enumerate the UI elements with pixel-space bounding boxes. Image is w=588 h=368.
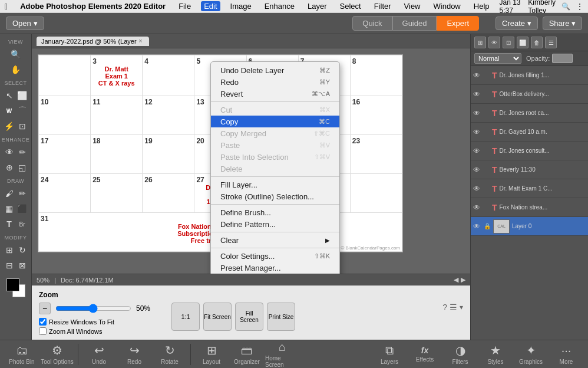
menu-copy-merged[interactable]: Copy Merged ⇧⌘C bbox=[211, 127, 339, 139]
graphics-tool[interactable]: ✦ Graphics bbox=[514, 341, 548, 367]
menu-cut[interactable]: Cut ⌘X bbox=[211, 104, 339, 116]
br-tool[interactable]: Br bbox=[16, 217, 28, 231]
marquee-tool[interactable]: ⬜ bbox=[16, 88, 28, 103]
menu-revert[interactable]: Revert ⌘⌥A bbox=[211, 88, 339, 100]
home-screen-tool[interactable]: ⌂ Home Screen bbox=[265, 341, 299, 367]
layer-item[interactable]: 👁 T Dr. Jones filling 1... bbox=[471, 66, 588, 85]
eye-tool[interactable]: 👁 bbox=[4, 145, 15, 159]
layer-visibility-icon[interactable]: 👁 bbox=[473, 185, 481, 193]
gradient-tool[interactable]: ▦ bbox=[4, 202, 15, 216]
menu-clear[interactable]: Clear ▶ bbox=[211, 234, 339, 246]
layers-toolbar-btn1[interactable]: ⊞ bbox=[474, 37, 486, 48]
menu-file[interactable]: File bbox=[176, 1, 194, 11]
zoom-all-windows-option[interactable]: Zoom All Windows bbox=[39, 327, 150, 335]
filters-tool[interactable]: ◑ Filters bbox=[443, 341, 477, 367]
menu-redo[interactable]: Redo ⌘Y bbox=[211, 76, 339, 88]
color-swatches[interactable] bbox=[6, 278, 25, 297]
opacity-input[interactable] bbox=[552, 54, 573, 63]
options-icon[interactable]: ☰ bbox=[450, 303, 457, 312]
undo-tool[interactable]: ↩ Undo bbox=[82, 341, 116, 367]
status-left-arrow[interactable]: ◀ bbox=[454, 276, 458, 284]
layer-item[interactable]: 👁 T OtterBox delivery... bbox=[471, 85, 588, 104]
status-right-arrow[interactable]: ▶ bbox=[461, 276, 465, 284]
layer-item[interactable]: 👁 T Dr. Jones consult... bbox=[471, 142, 588, 160]
menu-paste[interactable]: Paste ⌘V bbox=[211, 139, 339, 151]
menu-undo[interactable]: Undo Delete Layer ⌘Z bbox=[211, 64, 339, 76]
tab-expert[interactable]: Expert bbox=[437, 16, 479, 31]
pencil-tool[interactable]: ✏ bbox=[16, 186, 28, 201]
tool-options-tool[interactable]: ⚙ Tool Options bbox=[40, 341, 74, 367]
resize-windows-option[interactable]: Resize Windows To Fit bbox=[39, 318, 150, 326]
layer-visibility-icon[interactable]: 👁 bbox=[473, 203, 481, 212]
layer-visibility-icon[interactable]: 👁 bbox=[473, 222, 481, 231]
transform-tool[interactable]: ⊞ bbox=[4, 243, 15, 257]
crop-tool[interactable]: ⊡ bbox=[16, 119, 28, 133]
rotate-tool[interactable]: ↻ Rotate bbox=[153, 341, 187, 367]
layout-tool[interactable]: ⊞ Layout bbox=[194, 341, 229, 367]
zoom-1to1[interactable]: 1:1 bbox=[171, 303, 200, 331]
magic-wand-tool[interactable]: ⚡ bbox=[4, 119, 15, 133]
fill-tool[interactable]: ⬛ bbox=[16, 202, 28, 216]
layer-visibility-icon[interactable]: 👁 bbox=[473, 90, 481, 98]
zoom-print-size[interactable]: Print Size bbox=[267, 303, 295, 331]
layers-toolbar-btn4[interactable]: ⬜ bbox=[517, 37, 528, 48]
zoom-fit-screen[interactable]: Fit Screen bbox=[203, 303, 232, 331]
close-tab-icon[interactable]: × bbox=[139, 38, 143, 44]
menu-color-settings[interactable]: Color Settings... ⇧⌘K bbox=[211, 250, 339, 262]
canvas-tab[interactable]: January-2022.psd @ 50% (Layer × bbox=[37, 37, 149, 46]
menu-fill-layer[interactable]: Fill Layer... bbox=[211, 179, 339, 190]
more-icon[interactable]: ⋮ bbox=[576, 2, 583, 11]
layers-toolbar-btn5[interactable]: 🗑 bbox=[531, 37, 543, 48]
hand-tool[interactable]: ✋ bbox=[3, 63, 29, 77]
layers-tool[interactable]: ⧉ Layers bbox=[372, 341, 407, 367]
menu-define-pattern[interactable]: Define Pattern... bbox=[211, 218, 339, 230]
menu-preset-manager[interactable]: Preset Manager... bbox=[211, 262, 339, 274]
layer-item[interactable]: 👁 T Dr. Matt Exam 1 C... bbox=[471, 179, 588, 198]
word-tool[interactable]: W bbox=[4, 104, 15, 118]
zoom-fill-screen[interactable]: Fill Screen bbox=[235, 303, 263, 331]
layer-item[interactable]: 👁 T Dr. Gayed 10 a.m. bbox=[471, 123, 588, 142]
menu-filter[interactable]: Filter bbox=[371, 1, 394, 11]
redo-tool[interactable]: ↪ Redo bbox=[117, 341, 151, 367]
more-tool[interactable]: ··· More bbox=[549, 341, 583, 367]
resize-windows-checkbox[interactable] bbox=[39, 318, 47, 326]
open-button[interactable]: Open ▾ bbox=[6, 17, 44, 30]
menu-view[interactable]: View bbox=[401, 1, 424, 11]
menu-window[interactable]: Window bbox=[431, 1, 464, 11]
organizer-tool[interactable]: 🗃 Organizer bbox=[230, 341, 264, 367]
menu-delete[interactable]: Delete bbox=[211, 163, 339, 175]
help-icon[interactable]: ? bbox=[442, 303, 447, 312]
menu-image[interactable]: Image bbox=[227, 1, 255, 11]
collapse-icon[interactable]: ▾ bbox=[460, 303, 463, 311]
photo-bin-tool[interactable]: 🗂 Photo Bin bbox=[5, 341, 39, 367]
menu-define-brush[interactable]: Define Brush... bbox=[211, 206, 339, 218]
menu-enhance[interactable]: Enhance bbox=[262, 1, 298, 11]
layer-item[interactable]: 👁 T Fox Nation strea... bbox=[471, 198, 588, 217]
share-button[interactable]: Share ▾ bbox=[543, 17, 582, 30]
menu-layer[interactable]: Layer bbox=[305, 1, 330, 11]
layer-item-selected[interactable]: 👁 🔒 CAL Layer 0 bbox=[471, 217, 588, 236]
menu-stroke[interactable]: Stroke (Outline) Selection... bbox=[211, 190, 339, 202]
styles-tool[interactable]: ★ Styles bbox=[478, 341, 513, 367]
foreground-color-swatch[interactable] bbox=[6, 278, 19, 291]
clone-tool[interactable]: ⊕ bbox=[4, 160, 15, 175]
layers-toolbar-btn6[interactable]: ☰ bbox=[545, 37, 557, 48]
layer-visibility-icon[interactable]: 👁 bbox=[473, 128, 481, 136]
zoom-tool[interactable]: 🔍 bbox=[3, 47, 29, 61]
layer-visibility-icon[interactable]: 👁 bbox=[473, 71, 481, 80]
paint-tool[interactable]: 🖌 bbox=[4, 186, 15, 201]
move-tool[interactable]: ↖ bbox=[4, 88, 15, 103]
canvas-wrapper[interactable]: 3Dr. MattExam 1CT & X rays 4 5 6Dr. Jone… bbox=[32, 48, 470, 274]
flatten-tool[interactable]: ⊟ bbox=[4, 258, 15, 272]
create-button[interactable]: Create ▾ bbox=[495, 17, 538, 30]
text-tool[interactable]: T bbox=[4, 217, 15, 231]
layer-visibility-icon[interactable]: 👁 bbox=[473, 166, 481, 174]
menu-help[interactable]: Help bbox=[471, 1, 493, 11]
zoom-out-button[interactable]: − bbox=[39, 303, 51, 314]
layer-visibility-icon[interactable]: 👁 bbox=[473, 147, 481, 155]
eraser-tool[interactable]: ◱ bbox=[16, 160, 28, 175]
tab-guided[interactable]: Guided bbox=[392, 16, 437, 31]
brush-tool[interactable]: ✏ bbox=[16, 145, 28, 159]
layers-toolbar-btn3[interactable]: ⊡ bbox=[503, 37, 514, 48]
blend-mode-select[interactable]: Normal Multiply Screen bbox=[474, 53, 521, 64]
